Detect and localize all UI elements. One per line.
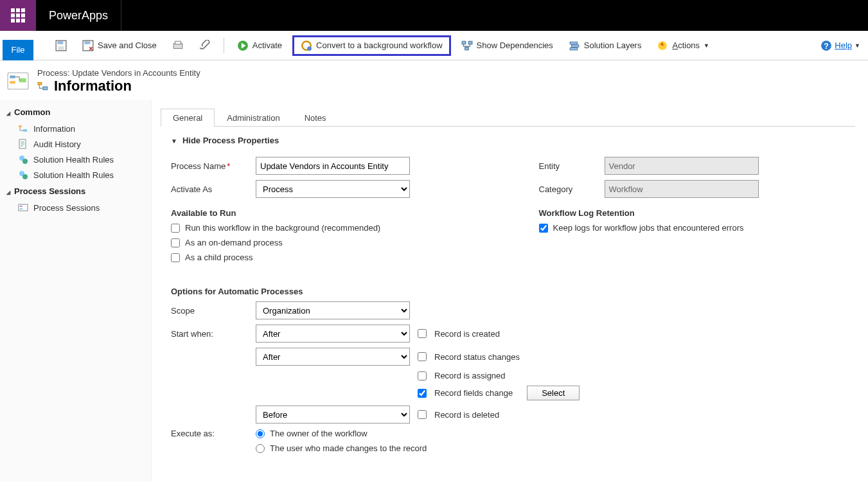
record-assigned-checkbox[interactable] <box>418 371 427 380</box>
svg-rect-20 <box>10 76 15 78</box>
sidebar-item-process-sessions[interactable]: Process Sessions <box>0 200 151 215</box>
svg-rect-10 <box>462 41 466 44</box>
run-background-checkbox[interactable] <box>171 224 180 233</box>
solution-layers-button[interactable]: Solution Layers <box>563 37 647 54</box>
log-retention-header: Workflow Log Retention <box>539 208 856 218</box>
sidebar-group-common[interactable]: Common <box>0 103 151 121</box>
record-status-checkbox[interactable] <box>418 352 427 361</box>
sidebar-group-label: Process Sessions <box>14 186 85 196</box>
solution-layers-label: Solution Layers <box>584 40 642 50</box>
on-demand-label: As an on-demand process <box>185 238 283 247</box>
hide-properties-toggle[interactable]: Hide Process Properties <box>171 136 855 145</box>
sidebar-item-information[interactable]: Information <box>0 121 151 136</box>
user-radio[interactable] <box>256 444 265 453</box>
help-text: Help <box>835 40 852 50</box>
show-dependencies-button[interactable]: Show Dependencies <box>456 37 558 54</box>
process-name-label: Process Name <box>171 161 248 171</box>
separator <box>224 38 224 53</box>
convert-to-background-workflow-button[interactable]: Convert to a background workflow <box>292 35 451 56</box>
svg-rect-32 <box>19 204 28 211</box>
start-when-label: Start when: <box>171 329 248 339</box>
owner-radio[interactable] <box>256 429 265 438</box>
record-fields-change-checkbox[interactable] <box>418 389 427 398</box>
chevron-down-icon: ▼ <box>704 42 709 49</box>
record-status-label: Record status changes <box>434 352 520 362</box>
svg-rect-15 <box>570 48 577 49</box>
on-demand-checkbox[interactable] <box>171 238 180 247</box>
svg-rect-11 <box>468 41 472 44</box>
hide-properties-label: Hide Process Properties <box>182 136 279 145</box>
assign-button[interactable] <box>167 37 189 54</box>
save-and-close-button[interactable]: Save and Close <box>77 37 162 54</box>
sidebar-item-solution-health-2[interactable]: Solution Health Rules <box>0 167 151 183</box>
svg-rect-6 <box>175 41 181 44</box>
start-when-select-1[interactable]: After <box>256 325 410 343</box>
page-header: Process: Update Vendors in Accounts Enti… <box>0 60 868 100</box>
sidebar-item-label: Information <box>33 124 75 134</box>
activate-as-label: Activate As <box>171 184 248 194</box>
sidebar-item-label: Audit History <box>33 139 81 149</box>
entity-input <box>605 157 759 175</box>
sidebar-group-process-sessions[interactable]: Process Sessions <box>0 183 151 200</box>
options-auto-header: Options for Automatic Processes <box>171 287 855 296</box>
sidebar: Common Information Audit History Solutio… <box>0 100 152 482</box>
help-button[interactable]: ? Help ▼ <box>820 40 860 51</box>
paperclip-icon <box>199 40 211 51</box>
file-button[interactable]: File <box>3 40 33 60</box>
record-fields-change-label: Record fields change <box>434 388 513 398</box>
scope-select[interactable]: Organization <box>256 301 410 319</box>
convert-label: Convert to a background workflow <box>316 40 443 50</box>
process-name-input[interactable] <box>256 157 410 175</box>
start-when-select-2[interactable]: After <box>256 348 410 366</box>
actions-dropdown[interactable]: Actions ▼ <box>651 37 714 54</box>
page-title: Information <box>54 78 132 94</box>
child-process-checkbox[interactable] <box>171 253 180 262</box>
sidebar-item-label: Solution Health Rules <box>33 155 114 165</box>
svg-rect-21 <box>10 81 15 84</box>
start-when-select-3[interactable]: Before <box>256 406 410 424</box>
help-icon: ? <box>820 40 832 51</box>
save-close-label: Save and Close <box>98 40 157 50</box>
app-launcher[interactable] <box>0 0 36 31</box>
svg-rect-1 <box>57 41 63 44</box>
save-button[interactable] <box>50 37 72 54</box>
tab-general[interactable]: General <box>161 109 215 127</box>
save-close-icon <box>82 40 94 51</box>
tab-notes[interactable]: Notes <box>292 109 339 127</box>
svg-rect-2 <box>58 46 64 50</box>
record-deleted-label: Record is deleted <box>434 410 499 420</box>
svg-rect-4 <box>84 41 90 44</box>
sidebar-item-label: Process Sessions <box>33 203 100 213</box>
collapse-icon <box>6 186 10 196</box>
scope-label: Scope <box>171 306 248 316</box>
record-assigned-label: Record is assigned <box>434 371 506 380</box>
keep-logs-checkbox[interactable] <box>539 224 548 233</box>
sidebar-item-audit-history[interactable]: Audit History <box>0 136 151 152</box>
category-label: Category <box>539 184 597 194</box>
sidebar-item-label: Solution Health Rules <box>33 170 114 180</box>
process-icon <box>5 68 31 94</box>
sessions-icon <box>18 202 28 213</box>
health-icon <box>18 154 28 165</box>
svg-text:?: ? <box>824 41 829 50</box>
svg-point-31 <box>22 174 28 179</box>
tab-administration[interactable]: Administration <box>215 109 292 127</box>
dependencies-icon <box>461 40 473 51</box>
sidebar-item-solution-health-1[interactable]: Solution Health Rules <box>0 152 151 167</box>
user-radio-label: The user who made changes to the record <box>270 443 427 453</box>
svg-rect-23 <box>38 82 42 84</box>
record-deleted-checkbox[interactable] <box>418 410 427 419</box>
chevron-down-icon <box>171 136 177 145</box>
health-icon <box>18 170 28 180</box>
sidebar-group-label: Common <box>14 107 50 117</box>
svg-point-9 <box>307 46 312 51</box>
waffle-icon <box>11 8 25 22</box>
svg-rect-26 <box>23 129 27 132</box>
activate-button[interactable]: Activate <box>232 37 287 54</box>
activate-as-select[interactable]: Process <box>256 180 410 198</box>
record-created-checkbox[interactable] <box>418 329 427 338</box>
attachment-button[interactable] <box>194 37 216 54</box>
svg-rect-13 <box>570 42 577 44</box>
select-fields-button[interactable]: Select <box>527 386 580 400</box>
app-name: PowerApps <box>36 0 121 31</box>
